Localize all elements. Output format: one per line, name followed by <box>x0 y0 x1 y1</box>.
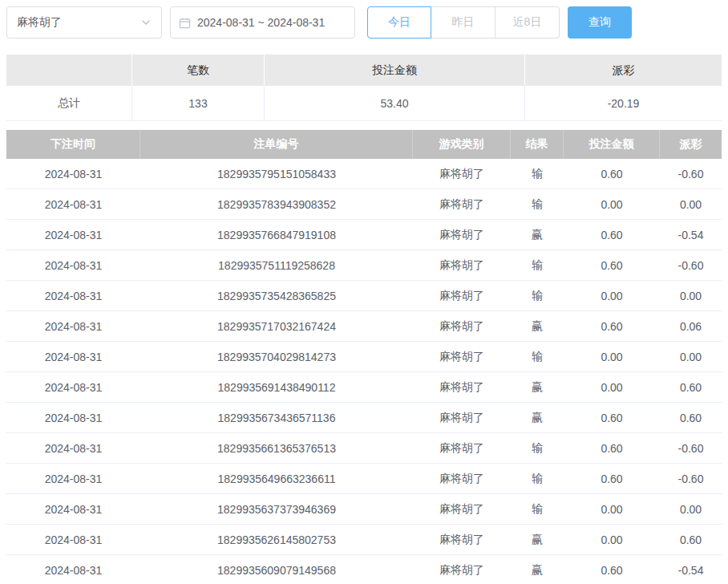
cell-payout: 0.00 <box>660 494 722 524</box>
table-row: 2024-08-311829935751119258628麻将胡了输0.60-0… <box>6 250 722 281</box>
cell-result: 输 <box>511 342 564 371</box>
summary-header-blank <box>6 55 132 86</box>
cell-game-type: 麻将胡了 <box>413 464 511 493</box>
cell-bet-amount: 0.60 <box>564 250 660 280</box>
cell-bet-amount: 0.60 <box>564 555 660 584</box>
table-row: 2024-08-311829935704029814273麻将胡了输0.000.… <box>6 342 722 372</box>
cell-bet-time: 2024-08-31 <box>6 159 140 189</box>
cell-bet-amount: 0.00 <box>564 494 660 524</box>
cell-bet-id: 1829935717032167424 <box>140 311 413 341</box>
cell-bet-time: 2024-08-31 <box>6 555 140 584</box>
cell-payout: 0.60 <box>660 403 722 432</box>
cell-bet-amount: 0.60 <box>564 220 660 249</box>
cell-result: 输 <box>511 494 564 524</box>
table-row: 2024-08-311829935691438490112麻将胡了赢0.000.… <box>6 372 722 403</box>
summary-table: 笔数 投注金额 派彩 总计 133 53.40 -20.19 <box>6 55 722 121</box>
summary-total-row: 总计 133 53.40 -20.19 <box>6 86 722 120</box>
cell-result: 赢 <box>511 311 564 341</box>
cell-game-type: 麻将胡了 <box>413 311 511 341</box>
cell-result: 输 <box>511 433 564 463</box>
yesterday-button[interactable]: 昨日 <box>431 6 495 39</box>
cell-bet-id: 1829935673436571136 <box>140 403 413 432</box>
cell-bet-amount: 0.00 <box>564 525 660 554</box>
cell-payout: 0.60 <box>660 525 722 554</box>
table-body: 2024-08-311829935795151058433麻将胡了输0.60-0… <box>6 159 722 584</box>
cell-bet-amount: 0.60 <box>564 464 660 493</box>
cell-bet-time: 2024-08-31 <box>6 250 140 280</box>
cell-game-type: 麻将胡了 <box>413 555 511 584</box>
cell-result: 输 <box>511 281 564 310</box>
cell-game-type: 麻将胡了 <box>413 372 511 402</box>
cell-result: 输 <box>511 159 564 189</box>
today-button[interactable]: 今日 <box>367 6 431 39</box>
cell-result: 输 <box>511 464 564 493</box>
cell-result: 赢 <box>511 403 564 432</box>
cell-bet-id: 1829935704029814273 <box>140 342 413 371</box>
table-row: 2024-08-311829935795151058433麻将胡了输0.60-0… <box>6 159 722 189</box>
cell-bet-time: 2024-08-31 <box>6 220 140 249</box>
cell-bet-time: 2024-08-31 <box>6 281 140 310</box>
cell-payout: -0.60 <box>660 250 722 280</box>
header-bet-amount: 投注金额 <box>564 130 660 159</box>
cell-bet-id: 1829935649663236611 <box>140 464 413 493</box>
game-select-value: 麻将胡了 <box>17 15 62 30</box>
table-row: 2024-08-311829935609079149568麻将胡了赢0.60-0… <box>6 555 722 584</box>
table-row: 2024-08-311829935637373946369麻将胡了输0.000.… <box>6 494 722 525</box>
table-header-row: 下注时间 注单编号 游戏类别 结果 投注金额 派彩 <box>6 130 722 159</box>
table-row: 2024-08-311829935649663236611麻将胡了输0.60-0… <box>6 464 722 494</box>
cell-bet-amount: 0.60 <box>564 433 660 463</box>
summary-header-payout: 派彩 <box>525 55 722 86</box>
cell-payout: -0.60 <box>660 433 722 463</box>
last-8-days-button[interactable]: 近8日 <box>495 6 560 39</box>
cell-result: 赢 <box>511 555 564 584</box>
cell-bet-id: 1829935766847919108 <box>140 220 413 249</box>
cell-bet-id: 1829935735428365825 <box>140 281 413 310</box>
cell-game-type: 麻将胡了 <box>413 525 511 554</box>
table-row: 2024-08-311829935673436571136麻将胡了赢0.600.… <box>6 403 722 433</box>
cell-bet-id: 1829935661365376513 <box>140 433 413 463</box>
cell-bet-id: 1829935609079149568 <box>140 555 413 584</box>
header-payout: 派彩 <box>660 130 722 159</box>
cell-game-type: 麻将胡了 <box>413 281 511 310</box>
cell-payout: 0.06 <box>660 311 722 341</box>
header-game-type: 游戏类别 <box>413 130 511 159</box>
cell-game-type: 麻将胡了 <box>413 494 511 524</box>
cell-result: 赢 <box>511 372 564 402</box>
cell-bet-time: 2024-08-31 <box>6 433 140 463</box>
cell-bet-amount: 0.00 <box>564 372 660 402</box>
cell-game-type: 麻将胡了 <box>413 189 511 219</box>
cell-bet-id: 1829935626145802753 <box>140 525 413 554</box>
summary-total-count: 133 <box>132 86 265 120</box>
toolbar: 麻将胡了 2024-08-31 ~ 2024-08-31 今日 昨日 近8日 查… <box>6 6 722 39</box>
search-button[interactable]: 查询 <box>568 6 632 39</box>
header-result: 结果 <box>511 130 564 159</box>
header-bet-time: 下注时间 <box>6 130 140 159</box>
cell-bet-amount: 0.00 <box>564 281 660 310</box>
chevron-down-icon <box>140 17 152 28</box>
cell-result: 输 <box>511 250 564 280</box>
cell-game-type: 麻将胡了 <box>413 433 511 463</box>
cell-bet-id: 1829935795151058433 <box>140 159 413 189</box>
cell-bet-amount: 0.60 <box>564 159 660 189</box>
cell-payout: -0.54 <box>660 555 722 584</box>
game-select[interactable]: 麻将胡了 <box>6 6 162 39</box>
cell-bet-time: 2024-08-31 <box>6 311 140 341</box>
cell-payout: -0.60 <box>660 464 722 493</box>
cell-bet-id: 1829935751119258628 <box>140 250 413 280</box>
table-row: 2024-08-311829935661365376513麻将胡了输0.60-0… <box>6 433 722 464</box>
cell-bet-time: 2024-08-31 <box>6 525 140 554</box>
cell-result: 输 <box>511 189 564 219</box>
table-row: 2024-08-311829935766847919108麻将胡了赢0.60-0… <box>6 220 722 250</box>
cell-payout: -0.54 <box>660 220 722 249</box>
cell-bet-time: 2024-08-31 <box>6 403 140 432</box>
date-range-value: 2024-08-31 ~ 2024-08-31 <box>197 16 325 29</box>
cell-result: 赢 <box>511 220 564 249</box>
calendar-icon <box>179 17 191 29</box>
cell-bet-time: 2024-08-31 <box>6 494 140 524</box>
header-bet-id: 注单编号 <box>140 130 413 159</box>
summary-total-label: 总计 <box>6 86 132 120</box>
cell-game-type: 麻将胡了 <box>413 250 511 280</box>
date-range-input[interactable]: 2024-08-31 ~ 2024-08-31 <box>170 6 355 39</box>
bet-records-page: 麻将胡了 2024-08-31 ~ 2024-08-31 今日 昨日 近8日 查… <box>0 0 728 584</box>
cell-bet-id: 1829935783943908352 <box>140 189 413 219</box>
